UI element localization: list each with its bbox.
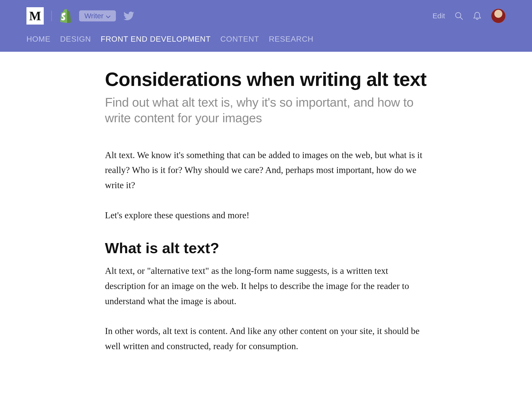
shopify-logo-icon[interactable] (59, 9, 71, 23)
primary-nav: HOME DESIGN FRONT END DEVELOPMENT CONTEN… (0, 29, 532, 52)
notifications-bell-icon[interactable] (473, 11, 481, 20)
edit-link[interactable]: Edit (433, 12, 445, 20)
article-paragraph: Let's explore these questions and more! (105, 208, 427, 223)
nav-item-front-end[interactable]: FRONT END DEVELOPMENT (101, 35, 211, 44)
logo-divider (52, 11, 52, 21)
user-avatar[interactable] (491, 9, 506, 23)
nav-item-home[interactable]: HOME (26, 35, 51, 44)
medium-logo-icon[interactable]: M (26, 7, 44, 25)
article-subtitle: Find out what alt text is, why it's so i… (105, 94, 427, 126)
writer-dropdown[interactable]: Writer (79, 10, 116, 21)
header-top-row: M Writer Edit (0, 0, 532, 29)
svg-point-0 (456, 13, 461, 18)
chevron-down-icon (106, 12, 111, 20)
header-right-group: Edit (433, 9, 506, 23)
article-paragraph: Alt text, or "alternative text" as the l… (105, 263, 427, 309)
article-title: Considerations when writing alt text (105, 68, 427, 90)
twitter-icon[interactable] (124, 12, 134, 20)
article-container: Considerations when writing alt text Fin… (91, 52, 442, 354)
writer-dropdown-label: Writer (84, 12, 103, 20)
header-left-group: M Writer (26, 7, 134, 25)
site-header: M Writer Edit (0, 0, 532, 52)
nav-item-research[interactable]: RESEARCH (269, 35, 314, 44)
article-body: Alt text. We know it's something that ca… (105, 148, 427, 354)
article-heading: What is alt text? (105, 239, 427, 256)
nav-item-design[interactable]: DESIGN (60, 35, 91, 44)
nav-item-content[interactable]: CONTENT (220, 35, 259, 44)
article-paragraph: In other words, alt text is content. And… (105, 324, 427, 353)
article-paragraph: Alt text. We know it's something that ca… (105, 148, 427, 193)
search-icon[interactable] (455, 12, 463, 20)
svg-line-1 (460, 17, 463, 20)
